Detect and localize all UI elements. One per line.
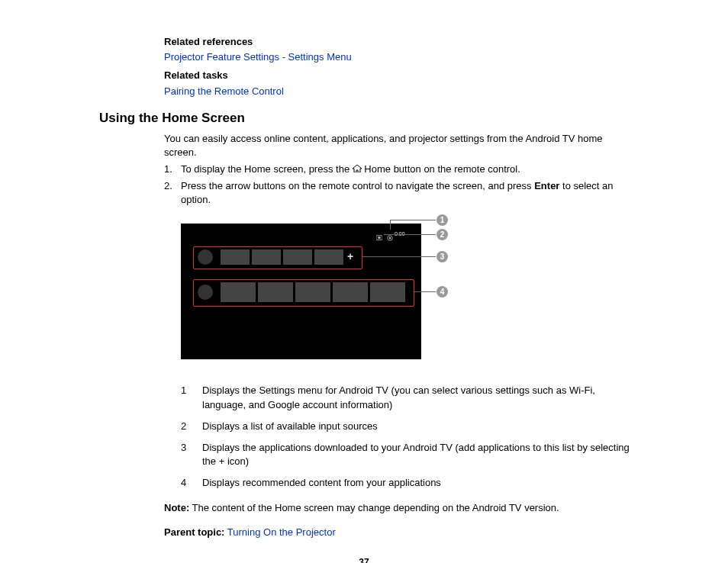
content-tile: [333, 282, 368, 302]
leader-line: [390, 220, 436, 220]
leader-line: [390, 220, 391, 230]
step-1-post: Home button on the remote control.: [362, 163, 520, 175]
intro-paragraph: You can easily access online content, ap…: [164, 132, 636, 159]
figure-legend: 1 Displays the Settings menu for Android…: [181, 384, 636, 490]
content-tile: [258, 282, 293, 302]
leader-line: [414, 291, 436, 292]
legend-number: 1: [181, 384, 202, 397]
content-tile: [370, 282, 405, 302]
step-number: 1.: [164, 162, 181, 176]
related-references-heading: Related references: [164, 35, 636, 49]
step-2-pre: Press the arrow buttons on the remote co…: [181, 180, 534, 191]
link-projector-feature-settings[interactable]: Projector Feature Settings - Settings Me…: [164, 51, 352, 63]
link-pairing-remote[interactable]: Pairing the Remote Control: [164, 85, 284, 97]
add-app-plus-icon: +: [347, 251, 353, 262]
legend-text: Displays the Settings menu for Android T…: [202, 384, 636, 411]
callout-3: 3: [436, 251, 448, 262]
callout-4: 4: [436, 286, 448, 298]
legend-number: 3: [181, 441, 202, 455]
app-tile: [283, 249, 312, 265]
legend-text: Displays a list of available input sourc…: [202, 420, 636, 433]
legend-text: Displays the applications downloaded to …: [202, 441, 636, 468]
step-2: 2. Press the arrow buttons on the remote…: [164, 179, 636, 207]
leader-line: [362, 256, 436, 257]
note-text: The content of the Home screen may chang…: [189, 502, 559, 513]
content-tile: [295, 282, 330, 302]
legend-row: 2 Displays a list of available input sou…: [181, 420, 636, 433]
step-1: 1. To display the Home screen, press the…: [164, 162, 636, 176]
app-tile: [221, 249, 250, 265]
legend-row: 3 Displays the applications downloaded t…: [181, 441, 636, 468]
home-screen-figure: 0:00 + 1 2 3 4: [181, 216, 471, 368]
step-1-pre: To display the Home screen, press the: [181, 163, 353, 175]
parent-topic-label: Parent topic:: [164, 526, 224, 538]
page-number: 37: [46, 556, 682, 563]
note-label: Note:: [164, 502, 189, 513]
legend-row: 4 Displays recommended content from your…: [181, 476, 636, 490]
input-source-icon: [376, 231, 382, 237]
home-icon: [353, 165, 362, 172]
legend-number: 2: [181, 420, 202, 433]
callout-1: 1: [436, 214, 448, 226]
parent-topic: Parent topic: Turning On the Projector: [164, 526, 636, 539]
legend-number: 4: [181, 476, 202, 490]
legend-row: 1 Displays the Settings menu for Android…: [181, 384, 636, 411]
step-number: 2.: [164, 179, 181, 193]
leader-line: [384, 234, 436, 235]
content-tile: [221, 282, 256, 302]
note: Note: The content of the Home screen may…: [164, 501, 636, 515]
app-tile: [252, 249, 281, 265]
svg-point-3: [389, 237, 391, 239]
section-heading: Using the Home Screen: [99, 109, 682, 127]
callout-2: 2: [436, 229, 448, 240]
step-2-bold: Enter: [534, 180, 559, 191]
related-tasks-heading: Related tasks: [164, 69, 636, 82]
link-parent-topic[interactable]: Turning On the Projector: [224, 526, 335, 538]
legend-text: Displays recommended content from your a…: [202, 476, 636, 490]
svg-rect-1: [378, 237, 380, 239]
app-tile: [314, 249, 343, 265]
